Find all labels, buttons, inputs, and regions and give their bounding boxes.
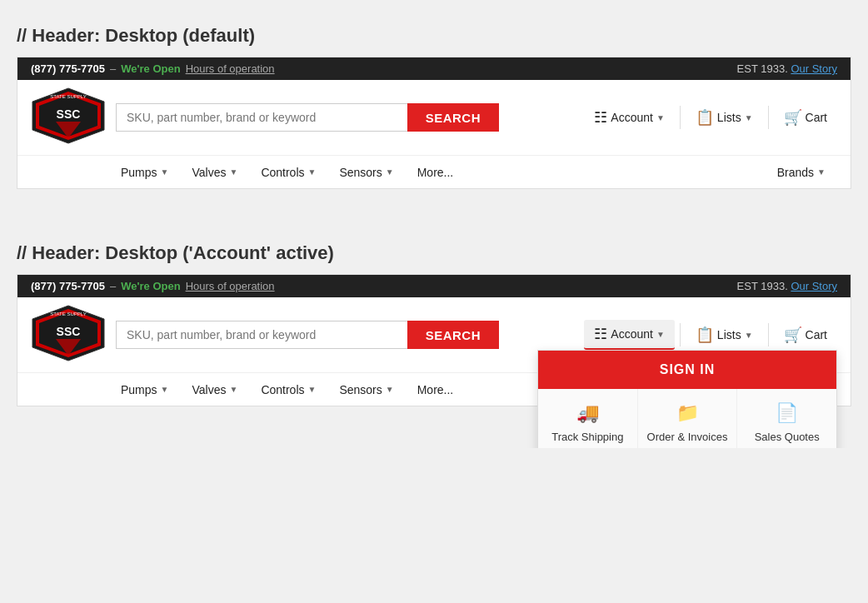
our-story-link[interactable]: Our Story xyxy=(791,62,837,75)
topbar-right: EST 1933. Our Story xyxy=(737,62,837,75)
account-icon-2: ☷ xyxy=(594,325,607,343)
account-button[interactable]: ☷ Account ▼ xyxy=(584,103,675,132)
nav-pumps-label: Pumps xyxy=(121,166,157,179)
quick-links: 🚚 Track Shipping 📁 Order & Invoices 📄 Sa… xyxy=(538,389,836,448)
header-account-active: (877) 775-7705 – We're Open Hours of ope… xyxy=(17,274,851,406)
svg-text:SSC: SSC xyxy=(57,325,81,338)
lists-icon-2: 📋 xyxy=(696,326,714,344)
search-input[interactable] xyxy=(116,103,407,132)
our-story-link-2[interactable]: Our Story xyxy=(791,280,837,292)
search-button[interactable]: SEARCH xyxy=(407,103,499,132)
lists-button-2[interactable]: 📋 Lists ▼ xyxy=(686,321,763,349)
account-chevron-icon: ▼ xyxy=(656,113,665,122)
middle-bar-active: SSC STATE SUPPLY SEARCH ☷ Account ▼ 📋 Li… xyxy=(17,297,851,372)
est-text-2: EST 1933. xyxy=(737,280,788,292)
truck-icon: 🚚 xyxy=(576,402,599,424)
cart-label-2: Cart xyxy=(806,328,827,341)
section2-label: // Header: Desktop ('Account' active) xyxy=(17,242,851,264)
nav-controls-label: Controls xyxy=(261,166,304,179)
open-status-2: We're Open xyxy=(121,280,180,292)
open-status: We're Open xyxy=(121,62,180,75)
nav-controls-2[interactable]: Controls ▼ xyxy=(249,375,327,405)
nav-more-2[interactable]: More... xyxy=(406,375,466,405)
header-actions-active: ☷ Account ▼ 📋 Lists ▼ 🛒 Cart SIGN IN � xyxy=(584,320,837,350)
phone-number: (877) 775-7705 xyxy=(31,62,105,75)
search-input-2[interactable] xyxy=(116,321,407,349)
nav-sensors-2[interactable]: Sensors ▼ xyxy=(327,375,405,405)
nav-sensors[interactable]: Sensors ▼ xyxy=(327,157,405,187)
dash-2: – xyxy=(110,280,116,292)
lists-chevron-icon: ▼ xyxy=(745,113,753,122)
account-dropdown: SIGN IN 🚚 Track Shipping 📁 Order & Invoi… xyxy=(537,350,837,448)
logo-2[interactable]: SSC STATE SUPPLY xyxy=(31,304,106,366)
topbar-active-left: (877) 775-7705 – We're Open Hours of ope… xyxy=(31,280,275,292)
lists-label: Lists xyxy=(717,111,741,124)
nav-brands-label: Brands xyxy=(777,166,814,179)
orders-invoices-link[interactable]: 📁 Order & Invoices xyxy=(638,389,738,448)
track-shipping-link[interactable]: 🚚 Track Shipping xyxy=(538,389,638,448)
hours-link[interactable]: Hours of operation xyxy=(186,62,275,75)
nav-controls-label-2: Controls xyxy=(261,383,304,396)
middle-bar-default: SSC STATE SUPPLY SEARCH ☷ Account ▼ 📋 Li… xyxy=(17,80,851,155)
topbar-default: (877) 775-7705 – We're Open Hours of ope… xyxy=(17,57,851,80)
nav-pumps-label-2: Pumps xyxy=(121,383,157,396)
logo[interactable]: SSC STATE SUPPLY xyxy=(31,87,106,148)
folder-icon: 📁 xyxy=(676,402,699,424)
nav-more[interactable]: More... xyxy=(406,157,466,187)
section-spacer xyxy=(17,214,851,234)
header-default: (877) 775-7705 – We're Open Hours of ope… xyxy=(17,57,851,189)
nav-controls[interactable]: Controls ▼ xyxy=(249,157,327,187)
pumps-chevron-icon: ▼ xyxy=(161,167,169,177)
search-bar: SEARCH xyxy=(116,103,499,132)
lists-button[interactable]: 📋 Lists ▼ xyxy=(686,103,763,132)
est-text: EST 1933. xyxy=(737,62,788,75)
sign-in-button[interactable]: SIGN IN xyxy=(538,351,836,389)
nav-more-label: More... xyxy=(417,166,454,179)
nav-sensors-label: Sensors xyxy=(339,166,382,179)
cart-button-2[interactable]: 🛒 Cart xyxy=(774,321,837,349)
dash: – xyxy=(110,62,116,75)
lists-chevron-icon-2: ▼ xyxy=(745,331,753,340)
pumps-chevron-icon-2: ▼ xyxy=(161,385,169,394)
header-actions-default: ☷ Account ▼ 📋 Lists ▼ 🛒 Cart xyxy=(584,103,837,132)
nav-pumps-2[interactable]: Pumps ▼ xyxy=(109,375,180,405)
lists-icon: 📋 xyxy=(696,108,714,127)
nav-pumps[interactable]: Pumps ▼ xyxy=(109,157,180,187)
sales-quotes-link[interactable]: 📄 Sales Quotes xyxy=(737,389,836,448)
account-label: Account xyxy=(611,111,653,124)
valves-chevron-icon-2: ▼ xyxy=(229,385,237,394)
topbar-left: (877) 775-7705 – We're Open Hours of ope… xyxy=(31,62,275,75)
sensors-chevron-icon: ▼ xyxy=(386,167,394,177)
nav-sensors-label-2: Sensors xyxy=(339,383,382,396)
cart-icon-2: 🛒 xyxy=(784,326,802,344)
svg-text:STATE SUPPLY: STATE SUPPLY xyxy=(50,311,86,316)
search-bar-2: SEARCH xyxy=(116,321,499,349)
nav-more-label-2: More... xyxy=(417,383,454,396)
orders-invoices-label: Order & Invoices xyxy=(647,431,728,443)
nav-valves-label-2: Valves xyxy=(192,383,226,396)
account-icon: ☷ xyxy=(594,108,607,127)
cart-label: Cart xyxy=(806,111,827,124)
document-icon: 📄 xyxy=(776,402,798,424)
svg-text:STATE SUPPLY: STATE SUPPLY xyxy=(50,94,86,99)
nav-valves[interactable]: Valves ▼ xyxy=(180,157,249,187)
brands-chevron-icon: ▼ xyxy=(817,167,826,177)
divider3 xyxy=(680,323,681,346)
topbar-active: (877) 775-7705 – We're Open Hours of ope… xyxy=(17,275,851,297)
nav-brands[interactable]: Brands ▼ xyxy=(766,157,837,187)
account-button-2[interactable]: ☷ Account ▼ xyxy=(584,320,675,350)
nav-valves-2[interactable]: Valves ▼ xyxy=(180,375,249,405)
track-shipping-label: Track Shipping xyxy=(551,431,623,443)
section1-label: // Header: Desktop (default) xyxy=(17,25,851,47)
divider1 xyxy=(680,106,681,129)
sales-quotes-label: Sales Quotes xyxy=(755,431,820,443)
account-chevron-icon-2: ▼ xyxy=(656,330,665,339)
cart-button[interactable]: 🛒 Cart xyxy=(774,103,837,132)
hours-link-2[interactable]: Hours of operation xyxy=(186,280,275,292)
cart-icon: 🛒 xyxy=(784,108,802,127)
nav-bar-default: Pumps ▼ Valves ▼ Controls ▼ Sensors ▼ Mo… xyxy=(17,155,851,188)
search-button-2[interactable]: SEARCH xyxy=(407,321,499,349)
divider2 xyxy=(768,106,769,129)
svg-text:SSC: SSC xyxy=(57,107,81,121)
lists-label-2: Lists xyxy=(717,328,741,341)
